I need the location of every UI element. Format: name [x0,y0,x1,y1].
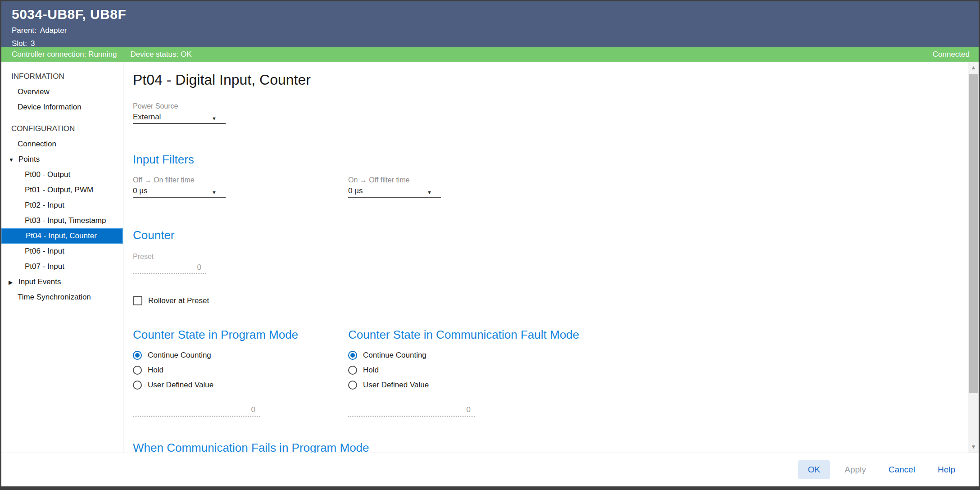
scroll-down-icon[interactable]: ▼ [968,441,979,453]
input-filters-row: Off → On filter time 0 µs ▼ On → Off fil… [133,175,979,198]
status-bar: Controller connection: Running Device st… [1,47,979,62]
on-off-filter-dropdown[interactable]: 0 µs ▼ [348,185,441,198]
sidebar-item-input-events-label[interactable]: Input Events [18,277,61,286]
ok-button[interactable]: OK [798,460,830,479]
controller-connection-status: Controller connection: Running [12,50,117,59]
comm-fault-user-value-input[interactable]: 0 [348,404,475,417]
sidebar-item-device-information[interactable]: Device Information [1,100,123,115]
comm-fault-radio-hold[interactable]: Hold [348,363,475,377]
main-panel: Pt04 - Digital Input, Counter Power Sour… [123,62,979,453]
checkbox-unchecked-icon[interactable] [133,296,142,305]
sidebar-item-pt07[interactable]: Pt07 - Input [1,259,123,274]
dropdown-arrow-icon[interactable]: ▼ [427,190,432,195]
program-mode-heading: Counter State in Program Mode [133,327,348,342]
sidebar-item-pt04-selected[interactable]: Pt04 - Input, Counter [1,228,123,244]
program-mode-radio-user-defined-value[interactable]: User Defined Value [133,377,348,392]
body: INFORMATION Overview Device Information … [1,62,979,453]
device-status-label: Device status: [130,50,178,59]
device-header: 5034-UB8F, UB8F Parent:Adapter Slot:3 [1,1,979,47]
sidebar-item-connection[interactable]: Connection [1,136,123,152]
slot-row: Slot:3 [12,39,979,48]
chevron-right-icon[interactable]: ▶ [9,275,18,290]
dropdown-arrow-icon[interactable]: ▼ [212,190,217,195]
sidebar-section-information: INFORMATION [1,69,123,84]
off-on-filter-dropdown[interactable]: 0 µs ▼ [133,185,226,198]
sidebar-item-points[interactable]: ▼Points [1,152,123,167]
radio-selected-icon[interactable] [348,351,357,360]
controller-connection-value: Running [88,50,117,59]
program-mode-radio-hold[interactable]: Hold [133,363,348,377]
radio-label: Continue Counting [148,351,211,360]
parent-value: Adapter [40,26,67,35]
off-on-filter-label: Off → On filter time [133,175,348,185]
device-title: 5034-UB8F, UB8F [12,7,979,22]
sidebar-item-pt02[interactable]: Pt02 - Input [1,198,123,213]
dropdown-arrow-icon[interactable]: ▼ [212,116,217,121]
footer-bar: OK Apply Cancel Help [1,453,979,486]
controller-connection-label: Controller connection: [12,50,86,59]
vertical-scrollbar[interactable]: ▲ ▼ [968,62,979,453]
scrollbar-thumb[interactable] [969,74,978,393]
input-filters-heading: Input Filters [133,152,979,167]
parent-row: Parent:Adapter [12,26,979,35]
radio-label: User Defined Value [363,381,429,390]
preset-label: Preset [133,252,979,262]
preset-field: Preset 0 [133,252,979,274]
parent-label: Parent: [12,26,36,35]
comm-fault-mode-heading: Counter State in Communication Fault Mod… [348,327,579,342]
when-comm-fails-heading: When Communication Fails in Program Mode [133,440,979,453]
on-off-filter-label: On → Off filter time [348,175,441,185]
power-source-label: Power Source [133,101,979,111]
sidebar-item-points-label[interactable]: Points [18,155,40,163]
counter-state-options-row: Continue Counting Hold User Defined Valu… [133,348,979,417]
device-status-value: OK [181,50,192,59]
slot-label: Slot: [12,39,27,48]
sidebar-item-pt01[interactable]: Pt01 - Output, PWM [1,182,123,198]
radio-unselected-icon[interactable] [348,366,357,375]
program-mode-radio-continue-counting[interactable]: Continue Counting [133,348,348,363]
sidebar-item-time-synchronization[interactable]: Time Synchronization [1,290,123,305]
radio-unselected-icon[interactable] [133,366,142,375]
rollover-checkbox-row[interactable]: Rollover at Preset [133,296,979,305]
comm-fault-radio-continue-counting[interactable]: Continue Counting [348,348,475,363]
sidebar-item-pt06[interactable]: Pt06 - Input [1,244,123,259]
radio-label: Hold [148,366,163,375]
power-source-dropdown[interactable]: External ▼ [133,111,226,124]
sidebar-item-overview[interactable]: Overview [1,84,123,100]
sidebar-item-pt03[interactable]: Pt03 - Input, Timestamp [1,213,123,228]
on-off-filter-field: On → Off filter time 0 µs ▼ [348,175,441,198]
device-status: Device status: OK [130,50,191,59]
comm-fault-radio-user-defined-value[interactable]: User Defined Value [348,377,475,392]
rollover-checkbox-label: Rollover at Preset [148,296,209,305]
radio-label: User Defined Value [148,381,213,390]
chevron-down-icon[interactable]: ▼ [9,152,18,168]
radio-unselected-icon[interactable] [348,381,357,390]
off-on-filter-field: Off → On filter time 0 µs ▼ [133,175,348,198]
sidebar-item-input-events[interactable]: ▶Input Events [1,274,123,290]
counter-heading: Counter [133,227,979,243]
sidebar-section-configuration: CONFIGURATION [1,121,123,136]
radio-selected-icon[interactable] [133,351,142,360]
app-window: 5034-UB8F, UB8F Parent:Adapter Slot:3 Co… [0,0,980,490]
sidebar-nav: INFORMATION Overview Device Information … [1,62,123,453]
sidebar-item-pt00[interactable]: Pt00 - Output [1,167,123,182]
program-mode-options: Continue Counting Hold User Defined Valu… [133,348,348,417]
connection-state-badge: Connected [933,50,970,59]
radio-unselected-icon[interactable] [133,381,142,390]
help-button[interactable]: Help [930,460,963,479]
apply-button[interactable]: Apply [836,460,874,479]
program-mode-user-value-input[interactable]: 0 [133,404,260,417]
power-source-field: Power Source External ▼ [133,101,979,124]
scroll-up-icon[interactable]: ▲ [968,62,979,73]
comm-fault-mode-options: Continue Counting Hold User Defined Valu… [348,348,475,417]
counter-state-headings-row: Counter State in Program Mode Counter St… [133,327,979,342]
radio-label: Continue Counting [363,351,426,360]
page-title: Pt04 - Digital Input, Counter [133,71,979,89]
preset-input[interactable]: 0 [133,262,206,274]
slot-value: 3 [31,39,35,48]
radio-label: Hold [363,366,379,375]
cancel-button[interactable]: Cancel [880,460,923,479]
